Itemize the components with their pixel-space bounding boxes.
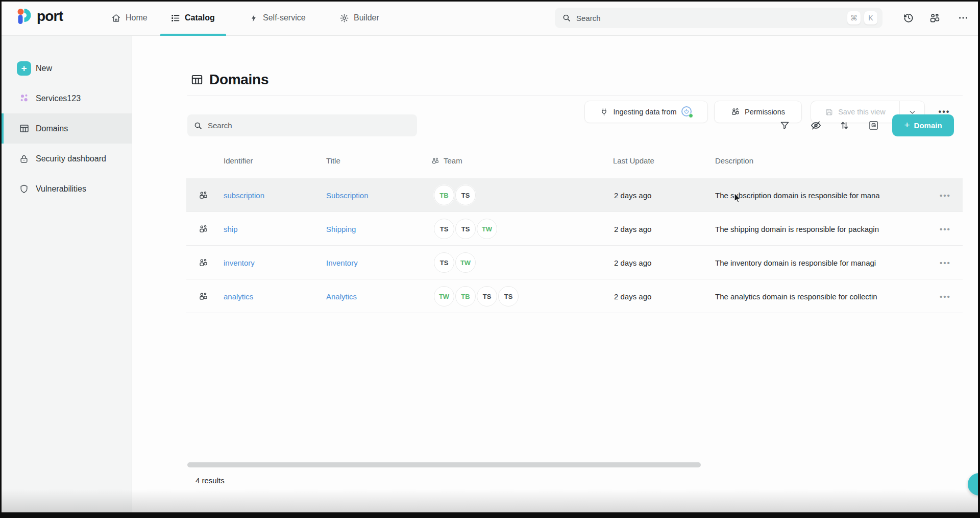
shield-icon: [18, 184, 30, 194]
team-badge: TS: [455, 219, 476, 239]
row-menu-button[interactable]: •••: [935, 212, 955, 246]
team-badge: TS: [434, 252, 454, 273]
team-badge: TS: [434, 219, 454, 239]
tab-label: Builder: [354, 13, 379, 22]
screen-frame: [0, 0, 980, 2]
sidebar-item-new[interactable]: + New: [0, 53, 132, 83]
cmd-key: ⌘: [847, 11, 861, 25]
table-search: [187, 114, 417, 136]
top-navbar: port Home Catalog Self-service: [0, 0, 980, 36]
tab-catalog[interactable]: Catalog: [170, 0, 215, 36]
identifier-link[interactable]: subscription: [224, 178, 264, 212]
group-by-icon[interactable]: [866, 117, 881, 133]
global-search: ⌘ K: [555, 8, 883, 28]
last-update-value: 2 days ago: [614, 212, 651, 246]
team-badges: TSTW: [434, 246, 477, 279]
team-badge: TB: [455, 286, 476, 307]
row-menu-button[interactable]: •••: [935, 279, 955, 313]
entity-icon: [199, 279, 208, 313]
port-logo[interactable]: port: [15, 7, 63, 26]
sidebar-item-security-dashboard[interactable]: Security dashboard: [0, 144, 132, 174]
header-divider: [187, 95, 963, 96]
entity-icon: [199, 246, 208, 279]
sort-icon[interactable]: [837, 117, 852, 133]
row-menu-button[interactable]: •••: [935, 246, 955, 279]
status-dot: [689, 113, 693, 118]
title-link[interactable]: Shipping: [326, 212, 356, 246]
description-value: The subscription domain is responsible f…: [715, 178, 927, 212]
last-update-value: 2 days ago: [614, 279, 651, 313]
page-header: Domains: [190, 68, 268, 91]
entity-icon: [199, 212, 208, 246]
ingesting-label: Ingesting data from: [613, 108, 676, 116]
table-row[interactable]: inventory Inventory TSTW 2 days ago The …: [186, 246, 963, 279]
team-badges: TBTS: [434, 178, 477, 212]
results-count: 4 results: [195, 476, 225, 485]
users-icon: [731, 107, 740, 116]
column-last-update[interactable]: Last Update: [613, 143, 654, 178]
plus-icon: +: [904, 120, 910, 130]
table-search-input[interactable]: [208, 121, 411, 130]
lightning-icon: [250, 13, 258, 23]
team-badge: TS: [498, 286, 519, 307]
table-row[interactable]: analytics Analytics TWTBTSTS 2 days ago …: [186, 279, 963, 313]
identifier-link[interactable]: inventory: [224, 246, 255, 279]
description-value: The shipping domain is responsible for p…: [715, 212, 927, 246]
column-description[interactable]: Description: [715, 143, 753, 178]
plug-icon: [600, 108, 608, 116]
team-badge: TS: [455, 185, 476, 205]
tab-builder[interactable]: Builder: [339, 0, 379, 36]
permissions-label: Permissions: [745, 108, 785, 116]
description-value: The inventory domain is responsible for …: [715, 246, 927, 279]
integration-status-icon: [681, 106, 693, 117]
title-link[interactable]: Inventory: [326, 246, 358, 279]
more-icon[interactable]: [958, 12, 969, 23]
identifier-link[interactable]: analytics: [224, 279, 253, 313]
team-badge: TW: [477, 219, 497, 239]
plus-square-icon: +: [17, 61, 31, 76]
tab-self-service[interactable]: Self-service: [250, 0, 306, 36]
column-identifier[interactable]: Identifier: [224, 143, 253, 178]
column-title[interactable]: Title: [326, 143, 340, 178]
sidebar-item-services123[interactable]: Services123: [0, 83, 132, 113]
horizontal-scrollbar[interactable]: [187, 462, 701, 467]
last-update-value: 2 days ago: [614, 178, 651, 212]
team-badge: TW: [434, 286, 454, 307]
k-key: K: [864, 11, 877, 25]
title-link[interactable]: Subscription: [326, 178, 369, 212]
identifier-link[interactable]: ship: [224, 212, 238, 246]
search-icon: [193, 121, 203, 130]
history-icon[interactable]: [903, 12, 914, 23]
tab-label: Catalog: [185, 13, 215, 22]
tab-label: Self-service: [263, 13, 306, 22]
table-row[interactable]: subscription Subscription TBTS 2 days ag…: [186, 178, 963, 212]
row-menu-button[interactable]: •••: [935, 178, 955, 212]
lock-icon: [18, 154, 30, 164]
team-badges: TSTSTW: [434, 212, 498, 246]
save-view-button[interactable]: Save this view: [811, 101, 899, 123]
sidebar-item-vulnerabilities[interactable]: Vulnerabilities: [0, 174, 132, 204]
catalog-icon: [170, 13, 180, 23]
services-icon: [18, 93, 30, 104]
table-row[interactable]: ship Shipping TSTSTW 2 days ago The ship…: [186, 212, 963, 246]
search-icon: [562, 13, 571, 22]
team-badge: TW: [455, 252, 476, 273]
table-icon: [18, 123, 30, 134]
ingesting-data-button[interactable]: Ingesting data from: [584, 101, 708, 123]
save-icon: [825, 108, 834, 116]
page-title: Domains: [209, 72, 268, 88]
team-badge: TS: [477, 286, 497, 307]
team-badge: TB: [434, 185, 454, 205]
eye-off-icon[interactable]: [808, 117, 823, 133]
org-icon[interactable]: [929, 12, 941, 24]
global-search-input[interactable]: [576, 14, 844, 22]
add-domain-button[interactable]: + Domain: [892, 114, 954, 136]
filter-icon[interactable]: [777, 117, 792, 133]
sidebar-item-domains[interactable]: Domains: [0, 113, 132, 144]
column-team[interactable]: Team: [431, 143, 462, 178]
tab-home[interactable]: Home: [111, 0, 148, 36]
table-header: Identifier Title Team Last Update Descri…: [186, 143, 963, 178]
description-value: The analytics domain is responsible for …: [715, 279, 927, 313]
table-icon: [190, 73, 204, 86]
title-link[interactable]: Analytics: [326, 279, 357, 313]
